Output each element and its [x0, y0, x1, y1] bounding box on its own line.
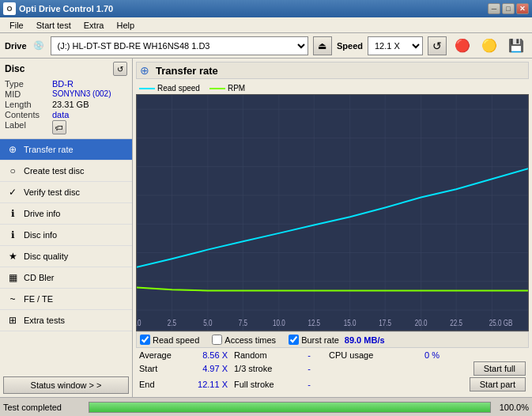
burst-rate-checkbox-item[interactable]: Burst rate 89.0 MB/s — [289, 335, 384, 345]
nav-menu: ⊕Transfer rate○Create test disc✓Verify t… — [0, 139, 132, 331]
random-label: Random — [234, 350, 289, 360]
chart-container: 16 X 14 X 12 X 10 X 8 X 6 X 4 X 2 X 0.0 … — [136, 94, 529, 331]
chart-legend: Read speed RPM — [136, 82, 529, 94]
close-button[interactable]: ✕ — [516, 3, 529, 14]
random-value: - — [289, 350, 329, 360]
nav-item-cd-bler[interactable]: ▦CD Bler — [0, 267, 132, 289]
type-label: Type — [5, 79, 52, 89]
nav-label-fe-te: FE / TE — [24, 294, 53, 304]
access-times-checkbox-item[interactable]: Access times — [212, 335, 276, 345]
label-label: Label — [5, 120, 52, 134]
length-value: 23.31 GB — [52, 100, 89, 109]
read-speed-checkbox-item[interactable]: Read speed — [140, 335, 199, 345]
svg-text:10.0: 10.0 — [273, 319, 285, 327]
legend-rpm-color — [209, 88, 225, 89]
nav-item-disc-quality[interactable]: ★Disc quality — [0, 246, 132, 267]
contents-value: data — [52, 110, 69, 119]
svg-text:22.5: 22.5 — [450, 319, 462, 327]
title-bar: O Opti Drive Control 1.70 ─ □ ✕ — [0, 0, 532, 17]
end-value: 12.11 X — [187, 380, 234, 389]
legend-read-speed: Read speed — [139, 84, 200, 93]
drive-label: Drive — [5, 41, 27, 51]
burst-rate-checkbox[interactable] — [289, 335, 299, 345]
refresh-button[interactable]: ↺ — [428, 36, 447, 55]
main-content: Disc ↺ Type BD-R MID SONYNN3 (002) Lengt… — [0, 59, 532, 397]
full-stroke-label: Full stroke — [234, 380, 289, 389]
disc-icon-btn2[interactable]: 🟡 — [478, 35, 500, 57]
menu-file[interactable]: File — [3, 19, 30, 32]
nav-item-disc-info[interactable]: ℹDisc info — [0, 225, 132, 246]
svg-text:7.5: 7.5 — [239, 319, 247, 327]
legend-read-color — [139, 88, 155, 89]
speed-select[interactable]: 12.1 X — [368, 36, 423, 55]
avg-value: 8.56 X — [187, 350, 234, 360]
nav-label-verify-test-disc: Verify test disc — [24, 187, 80, 197]
nav-item-drive-info[interactable]: ℹDrive info — [0, 203, 132, 225]
stroke-label: 1/3 stroke — [234, 364, 289, 373]
nav-label-disc-info: Disc info — [24, 230, 57, 240]
nav-label-disc-quality: Disc quality — [24, 251, 68, 261]
chart-area: ⊕ Transfer rate Read speed RPM — [133, 59, 532, 397]
svg-text:12.5: 12.5 — [308, 319, 320, 327]
nav-label-extra-tests: Extra tests — [24, 316, 65, 325]
length-label: Length — [5, 100, 52, 109]
app-title: Opti Drive Control 1.70 — [19, 4, 488, 13]
nav-label-create-test-disc: Create test disc — [24, 166, 84, 176]
progress-pct: 100.0% — [497, 403, 529, 412]
menu-start-test[interactable]: Start test — [30, 19, 77, 32]
status-window-label: Status window > > — [31, 380, 102, 390]
speed-label: Speed — [337, 41, 363, 51]
stats-row-1: Average 8.56 X Random - CPU usage 0 % — [139, 350, 526, 361]
minimize-button[interactable]: ─ — [488, 3, 500, 14]
start-full-button[interactable]: Start full — [474, 361, 526, 376]
start-part-button[interactable]: Start part — [470, 377, 526, 391]
progress-bar-fill — [89, 403, 490, 412]
drive-select[interactable]: (J:) HL-DT-ST BD-RE WH16NS48 1.D3 — [51, 36, 308, 55]
nav-item-verify-test-disc[interactable]: ✓Verify test disc — [0, 182, 132, 203]
nav-icon-verify-test-disc: ✓ — [6, 186, 19, 199]
menu-help[interactable]: Help — [110, 19, 141, 32]
label-icon-button[interactable]: 🏷 — [52, 120, 66, 134]
mid-value: SONYNN3 (002) — [52, 89, 111, 99]
nav-icon-transfer-rate: ⊕ — [6, 143, 19, 156]
nav-item-transfer-rate[interactable]: ⊕Transfer rate — [0, 139, 132, 161]
nav-label-cd-bler: CD Bler — [24, 273, 55, 282]
nav-item-fe-te[interactable]: ~FE / TE — [0, 289, 132, 310]
progress-bar-container — [89, 402, 491, 413]
disc-refresh-button[interactable]: ↺ — [113, 62, 127, 76]
disc-section: Disc ↺ Type BD-R MID SONYNN3 (002) Lengt… — [0, 59, 132, 139]
svg-text:15.0: 15.0 — [344, 319, 357, 327]
type-value: BD-R — [52, 79, 74, 89]
contents-label: Contents — [5, 110, 52, 119]
read-speed-checkbox[interactable] — [140, 335, 150, 345]
nav-icon-cd-bler: ▦ — [6, 271, 19, 284]
svg-text:0.0: 0.0 — [137, 319, 141, 327]
sidebar: Disc ↺ Type BD-R MID SONYNN3 (002) Lengt… — [0, 59, 133, 397]
disc-icon-btn1[interactable]: 🔴 — [451, 35, 474, 57]
checkboxes-row: Read speed Access times Burst rate 89.0 … — [136, 331, 529, 348]
access-times-checkbox[interactable] — [212, 335, 222, 345]
cpu-label: CPU usage — [329, 350, 392, 360]
nav-item-create-test-disc[interactable]: ○Create test disc — [0, 161, 132, 182]
app-icon: O — [3, 2, 16, 15]
nav-item-extra-tests[interactable]: ⊞Extra tests — [0, 310, 132, 331]
cpu-value: 0 % — [392, 350, 440, 360]
status-window-button[interactable]: Status window > > — [3, 376, 129, 394]
maximize-button[interactable]: □ — [502, 3, 515, 14]
avg-label: Average — [139, 350, 187, 360]
stroke-value: - — [289, 364, 329, 373]
drive-bar: Drive 💿 (J:) HL-DT-ST BD-RE WH16NS48 1.D… — [0, 33, 532, 59]
stats-area: Average 8.56 X Random - CPU usage 0 % St… — [136, 348, 529, 394]
save-button[interactable]: 💾 — [505, 35, 527, 57]
eject-button[interactable]: ⏏ — [313, 36, 332, 55]
status-bar: Test completed 100.0% — [0, 397, 532, 416]
disc-title: Disc — [5, 63, 25, 74]
svg-text:20.0: 20.0 — [415, 319, 428, 327]
menu-extra[interactable]: Extra — [77, 19, 111, 32]
nav-icon-drive-info: ℹ — [6, 207, 19, 220]
chart-title-bar: ⊕ Transfer rate — [136, 62, 529, 79]
burst-rate-label: Burst rate — [301, 335, 339, 345]
start-value: 4.97 X — [187, 364, 234, 373]
chart-svg: 16 X 14 X 12 X 10 X 8 X 6 X 4 X 2 X 0.0 … — [137, 95, 528, 331]
nav-icon-disc-info: ℹ — [6, 229, 19, 241]
